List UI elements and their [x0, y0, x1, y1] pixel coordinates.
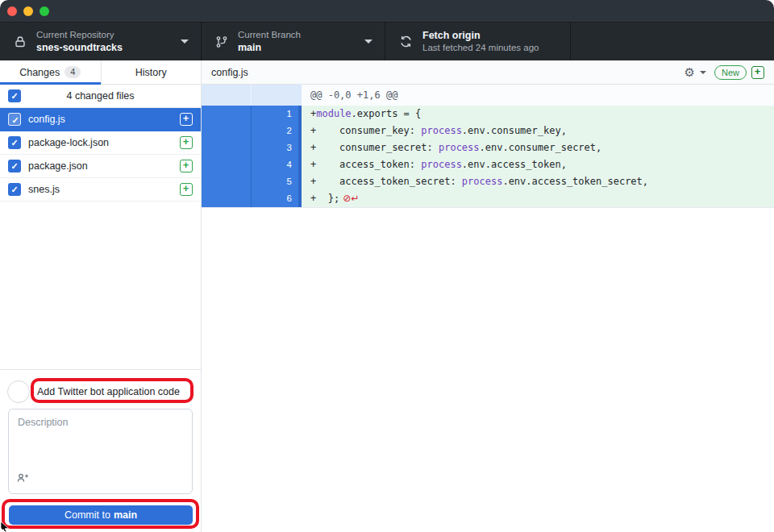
added-file-icon	[180, 113, 193, 126]
file-checkbox[interactable]	[8, 183, 21, 196]
added-file-icon	[751, 66, 764, 79]
tab-history[interactable]: History	[101, 60, 202, 84]
diff-lines: 1+module.exports = {2+ consumer_key: pro…	[202, 106, 774, 207]
tab-changes[interactable]: Changes 4	[0, 60, 101, 84]
repository-label: Current Repository	[36, 29, 123, 41]
file-list-empty-space	[0, 202, 201, 369]
diff-line[interactable]: 5+ access_token_secret: process.env.acce…	[202, 173, 774, 190]
added-file-icon	[180, 183, 193, 196]
hunk-header-row: @@ -0,0 +1,6 @@	[202, 85, 774, 106]
commit-description-input[interactable]	[10, 410, 179, 475]
chevron-down-icon	[364, 39, 372, 44]
file-status-badge: New	[714, 65, 747, 80]
diff-line-code: +module.exports = {	[302, 106, 774, 123]
repository-name: snes-soundtracks	[36, 41, 123, 54]
tabbar: Changes 4 History	[0, 60, 201, 85]
diff-line[interactable]: 2+ consumer_key: process.env.consumer_ke…	[202, 123, 774, 139]
line-number: 5	[252, 173, 298, 190]
close-window-button[interactable]	[7, 6, 17, 16]
line-number: 2	[252, 123, 298, 139]
git-branch-icon	[215, 35, 228, 48]
added-file-icon	[180, 136, 193, 149]
file-list: config.jspackage-lock.jsonpackage.jsonsn…	[0, 108, 201, 202]
file-checkbox[interactable]	[8, 113, 21, 126]
diff-line[interactable]: 6+ };⊘↵	[202, 190, 774, 207]
line-number: 3	[252, 139, 298, 156]
commit-description-box	[8, 409, 193, 494]
line-number: 4	[252, 156, 298, 173]
file-row-config.js[interactable]: config.js	[0, 108, 201, 131]
diff-line[interactable]: 3+ consumer_secret: process.env.consumer…	[202, 139, 774, 156]
changed-files-count: 4 changed files	[21, 90, 180, 102]
hunk-header-text: @@ -0,0 +1,6 @@	[302, 85, 774, 106]
commit-button[interactable]: Commit to main	[9, 505, 193, 525]
zoom-window-button[interactable]	[40, 6, 49, 16]
line-number: 1	[252, 106, 298, 123]
diff-file-name: config.js	[211, 67, 685, 78]
diff-line-code: + consumer_secret: process.env.consumer_…	[302, 139, 774, 156]
gear-icon[interactable]: ⚙	[685, 66, 695, 78]
fetch-title: Fetch origin	[422, 29, 539, 42]
chevron-down-icon[interactable]	[700, 71, 706, 74]
diff-header: config.js ⚙ New	[202, 60, 774, 85]
diff-line[interactable]: 1+module.exports = {	[202, 106, 774, 123]
file-name: snes.js	[28, 184, 180, 195]
current-repository-button[interactable]: Current Repository snes-soundtracks	[0, 23, 202, 60]
line-number: 6	[252, 190, 298, 207]
changed-files-summary-row: 4 changed files	[0, 85, 201, 108]
file-checkbox[interactable]	[8, 136, 21, 149]
commit-button-label: Commit to	[64, 509, 110, 521]
file-row-package-lock.json[interactable]: package-lock.json	[0, 131, 201, 155]
file-checkbox[interactable]	[8, 160, 21, 172]
titlebar[interactable]	[0, 0, 774, 23]
add-coauthor-icon[interactable]	[16, 472, 29, 488]
diff-line-code: + access_token: process.env.access_token…	[302, 156, 774, 173]
sync-icon	[399, 35, 413, 48]
diff-body: @@ -0,0 +1,6 @@ 1+module.exports = {2+ c…	[202, 85, 774, 208]
branch-label: Current Branch	[238, 29, 301, 41]
diff-line[interactable]: 4+ access_token: process.env.access_toke…	[202, 156, 774, 173]
file-name: package.json	[28, 160, 180, 172]
diff-pane: config.js ⚙ New @@ -0,0 +1,6 @@ 1+module…	[202, 60, 774, 532]
toolbar: Current Repository snes-soundtracks Curr…	[0, 23, 774, 60]
changes-count-badge: 4	[64, 66, 81, 78]
chevron-down-icon	[181, 39, 189, 44]
file-row-snes.js[interactable]: snes.js	[0, 178, 201, 202]
added-file-icon	[180, 160, 193, 172]
commit-form: Commit to main	[0, 369, 201, 532]
tab-changes-label: Changes	[19, 67, 60, 78]
github-desktop-window: Current Repository snes-soundtracks Curr…	[0, 0, 774, 532]
commit-button-branch: main	[114, 509, 137, 521]
minimize-window-button[interactable]	[23, 6, 33, 16]
avatar	[7, 380, 30, 403]
file-name: config.js	[28, 114, 180, 125]
select-all-checkbox[interactable]	[8, 89, 21, 102]
tab-history-label: History	[135, 67, 167, 78]
diff-line-code: + access_token_secret: process.env.acces…	[302, 173, 774, 190]
toolbar-empty-area	[571, 23, 774, 60]
file-row-package.json[interactable]: package.json	[0, 155, 201, 178]
file-name: package-lock.json	[28, 137, 180, 148]
fetch-subtitle: Last fetched 24 minutes ago	[422, 42, 539, 54]
diff-line-code: + consumer_key: process.env.consumer_key…	[302, 123, 774, 139]
sidebar: Changes 4 History 4 changed files config…	[0, 60, 202, 532]
commit-summary-input[interactable]	[37, 381, 189, 402]
current-branch-button[interactable]: Current Branch main	[202, 23, 385, 60]
lock-icon	[14, 35, 27, 48]
branch-name: main	[238, 41, 301, 54]
diff-line-code: + };⊘↵	[302, 190, 774, 207]
fetch-origin-button[interactable]: Fetch origin Last fetched 24 minutes ago	[385, 23, 571, 60]
